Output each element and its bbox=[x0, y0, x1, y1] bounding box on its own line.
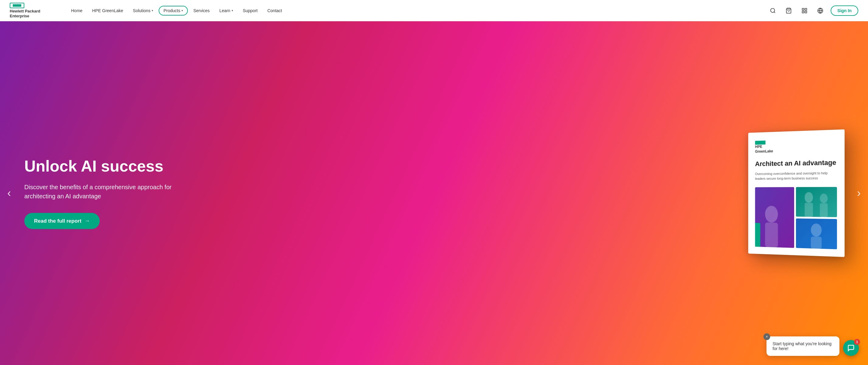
svg-rect-14 bbox=[805, 203, 813, 217]
search-button[interactable] bbox=[767, 5, 778, 16]
logo-line1: Hewlett Packard bbox=[10, 9, 40, 13]
book-logo: HPE GreenLake bbox=[755, 138, 837, 154]
solutions-chevron-icon: ▾ bbox=[152, 9, 153, 12]
hero-section: ‹ Unlock AI success Discover the benefit… bbox=[0, 21, 868, 365]
chat-bubble-text: Start typing what you're looking for her… bbox=[773, 341, 832, 351]
book-images bbox=[755, 187, 837, 249]
svg-point-0 bbox=[771, 8, 775, 12]
svg-rect-6 bbox=[805, 11, 807, 13]
chat-open-button[interactable]: 1 bbox=[843, 340, 859, 356]
book-subtitle: Overcoming overconfidence and oversight … bbox=[755, 170, 837, 181]
svg-rect-19 bbox=[811, 236, 822, 249]
logo-icon bbox=[10, 3, 24, 8]
nav-item-home[interactable]: Home bbox=[67, 6, 87, 16]
logo-text: Hewlett Packard Enterprise bbox=[10, 9, 52, 18]
cart-button[interactable] bbox=[783, 5, 794, 16]
products-chevron-icon: ▾ bbox=[181, 9, 183, 12]
svg-rect-3 bbox=[802, 8, 804, 10]
nav-item-services[interactable]: Services bbox=[189, 6, 214, 16]
logo[interactable]: Hewlett Packard Enterprise bbox=[10, 3, 52, 18]
svg-line-1 bbox=[774, 11, 775, 13]
search-icon bbox=[770, 8, 776, 14]
nav-item-solutions[interactable]: Solutions ▾ bbox=[129, 6, 157, 16]
nav-item-support[interactable]: Support bbox=[239, 6, 262, 16]
cta-label: Read the full report bbox=[34, 218, 82, 224]
globe-button[interactable] bbox=[815, 5, 826, 16]
globe-icon bbox=[817, 8, 823, 14]
sign-in-button[interactable]: Sign In bbox=[831, 5, 858, 16]
learn-chevron-icon: ▾ bbox=[231, 9, 233, 12]
navbar: Hewlett Packard Enterprise Home HPE Gree… bbox=[0, 0, 868, 21]
report-image-area: HPE GreenLake Architect an AI advantage … bbox=[746, 131, 844, 255]
chat-close-button[interactable]: × bbox=[764, 333, 770, 340]
nav-item-products[interactable]: Products ▾ bbox=[159, 6, 188, 16]
hero-title: Unlock AI success bbox=[24, 157, 194, 175]
carousel-prev-button[interactable]: ‹ bbox=[2, 183, 16, 203]
book-image-bottom bbox=[796, 218, 837, 249]
carousel-next-button[interactable]: › bbox=[852, 183, 866, 203]
report-book: HPE GreenLake Architect an AI advantage … bbox=[748, 129, 845, 257]
nav-item-contact[interactable]: Contact bbox=[263, 6, 286, 16]
grid-icon bbox=[801, 8, 808, 14]
hero-content: Unlock AI success Discover the benefits … bbox=[0, 139, 219, 248]
book-logo-bar bbox=[755, 141, 765, 145]
cart-icon bbox=[786, 8, 792, 14]
logo-line2: Enterprise bbox=[10, 14, 29, 18]
nav-item-learn[interactable]: Learn ▾ bbox=[215, 6, 237, 16]
nav-links: Home HPE GreenLake Solutions ▾ Products … bbox=[67, 6, 763, 16]
hero-subtitle: Discover the benefits of a comprehensive… bbox=[24, 182, 194, 201]
grid-button[interactable] bbox=[799, 5, 810, 16]
svg-rect-4 bbox=[805, 8, 807, 10]
chat-widget: × Start typing what you're looking for h… bbox=[767, 336, 859, 356]
nav-item-hpe-greenlake[interactable]: HPE GreenLake bbox=[88, 6, 127, 16]
read-report-button[interactable]: Read the full report → bbox=[24, 213, 100, 229]
svg-rect-5 bbox=[802, 11, 804, 13]
book-image-top bbox=[796, 187, 837, 217]
svg-point-13 bbox=[805, 192, 813, 203]
book-title: Architect an AI advantage bbox=[755, 159, 837, 169]
svg-rect-11 bbox=[765, 222, 778, 247]
chat-icon bbox=[847, 344, 855, 352]
cta-arrow-icon: → bbox=[85, 218, 90, 224]
chat-bubble: × Start typing what you're looking for h… bbox=[767, 336, 839, 356]
svg-rect-16 bbox=[820, 203, 828, 217]
chat-badge: 1 bbox=[854, 339, 860, 345]
svg-point-15 bbox=[820, 193, 828, 203]
svg-rect-12 bbox=[797, 187, 836, 217]
book-image-main bbox=[755, 187, 794, 248]
nav-icons: Sign In bbox=[767, 5, 858, 16]
